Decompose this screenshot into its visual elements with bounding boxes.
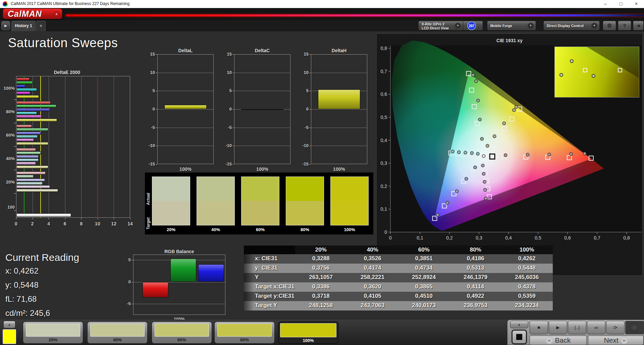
reading-cdm2: cd/m²: 245,6 [5, 308, 50, 318]
patch-button-40%[interactable]: 40% [87, 322, 148, 344]
row-label-notch [244, 301, 254, 310]
table-row-label: y: CIE31 [255, 265, 277, 271]
continuous-read-button[interactable]: ∞ [587, 321, 605, 334]
table-row[interactable]: x: CIE310,32880,35260,38510,41860,4262 [244, 254, 553, 264]
back-chevron-icon: « [546, 337, 553, 344]
interval-icon: [‥] [575, 325, 580, 330]
table-row-label: x: CIE31 [255, 255, 277, 262]
table-row[interactable]: y: CIE310,37560,41740,47340,53130,5448 [244, 264, 553, 273]
patch-color-swatch [280, 323, 336, 337]
row-label-notch [244, 282, 254, 292]
next-button[interactable]: Next » [588, 336, 644, 345]
source-status-indicator [487, 21, 489, 30]
table-cell: 252,8924 [398, 274, 450, 281]
table-cell: 0,3620 [347, 283, 398, 290]
window-title: CalMAN 2017 CalMAN Ultimate for Business… [11, 1, 129, 6]
meter-dropdown-arrow-icon[interactable]: ▼ [455, 23, 461, 29]
tab-bar: ▶ History 1 + X-Rite i1Pro 2 LCD Direct … [0, 20, 644, 31]
patch-button-60%[interactable]: 60% [152, 322, 212, 344]
patch-list-expand-button[interactable]: ▲ [3, 321, 15, 328]
table-row[interactable]: Target x:CIE310,33860,36200,38650,41140,… [244, 282, 553, 292]
loop-button[interactable]: ⟳ [606, 321, 625, 334]
collapse-panel-button[interactable]: ◀ [633, 21, 644, 30]
table-row[interactable]: Target y:CIE310,37180,41050,45100,49220,… [244, 292, 553, 301]
stop-button[interactable]: ■ [530, 321, 548, 334]
inactive-slot[interactable] [625, 321, 644, 334]
row-label-notch [244, 264, 254, 273]
meter-status-indicator [419, 21, 420, 30]
next-chevron-icon: » [621, 337, 628, 344]
calman-logo-text: CalMAN [8, 9, 42, 19]
maximize-icon[interactable]: □ [613, 0, 629, 8]
stop-measure-button[interactable] [512, 330, 527, 344]
collapse-toolbar-button[interactable]: ▲ [510, 321, 528, 328]
table-cell: 0,3865 [398, 283, 450, 290]
table-cell: 0,3718 [295, 293, 347, 299]
bottom-toolbar: ▲ 20%40%60%80%100% ▲ ■ ▶ [‥] ∞ ⟳ « Back … [0, 320, 644, 345]
table-cell: 245,6036 [501, 274, 553, 281]
back-button[interactable]: « Back [530, 336, 587, 345]
table-row[interactable]: Y263,1057258,2221252,8924246,1379245,603… [244, 273, 553, 282]
stop-icon: ■ [538, 325, 540, 330]
help-button[interactable]: ? [618, 21, 631, 30]
current-patch-swatch[interactable] [3, 329, 16, 344]
patch-label: 20% [23, 337, 83, 342]
table-cell: 0,4105 [347, 293, 398, 299]
logo-dropdown-arrow-icon[interactable]: ▼ [54, 11, 59, 17]
stop-icon [516, 334, 522, 340]
table-cell: 234,3234 [501, 302, 553, 309]
interval-read-button[interactable]: [‥] [568, 321, 586, 334]
loop-icon: ⟳ [613, 325, 618, 330]
source-dropdown-arrow-icon[interactable]: ▼ [528, 23, 534, 29]
add-tab-button[interactable]: + [36, 21, 46, 31]
patch-button-80%[interactable]: 80% [214, 322, 275, 344]
table-cell: 0,5448 [501, 265, 553, 271]
titlebar: CalMAN 2017 CalMAN Ultimate for Business… [0, 0, 644, 8]
play-button[interactable]: ▶ [549, 321, 567, 334]
help-icon: ? [623, 23, 626, 28]
source-dropdown[interactable]: Mobile Forge ▼ [487, 21, 536, 30]
table-cell: 0,3386 [295, 283, 347, 290]
calman-window: CalMAN 2017 CalMAN Ultimate for Business… [0, 0, 644, 345]
calman-app-icon [3, 1, 8, 7]
settings-button[interactable]: ⚙ [603, 21, 616, 30]
table-cell: 0,4174 [347, 265, 398, 271]
close-icon[interactable]: × [629, 0, 644, 8]
minimize-icon[interactable]: – [598, 0, 613, 8]
table-cell: 240,0173 [398, 302, 450, 309]
patch-button-100%[interactable]: 100% [278, 322, 338, 344]
table-row-label: Target x:CIE31 [255, 283, 294, 290]
tab-scroll-button[interactable]: ▶ [1, 21, 10, 30]
patch-label: 80% [215, 337, 274, 342]
table-cell: 0,4734 [398, 265, 450, 271]
current-reading-title: Current Reading [5, 252, 79, 263]
transport-cluster: ▲ ■ ▶ [‥] ∞ ⟳ « Back Next » [507, 320, 644, 345]
display-status-indicator [544, 21, 545, 30]
display-control-name: Direct Display Control [547, 24, 584, 28]
back-label: Back [555, 336, 571, 344]
table-cell: 0,4510 [398, 293, 450, 299]
up-arrow-icon: ▲ [518, 323, 521, 326]
table-col-header: 80% [450, 247, 501, 253]
table-col-header: 40% [347, 247, 398, 253]
app-header: CalMAN ▼ [0, 8, 644, 20]
row-label-notch [244, 292, 254, 301]
patch-color-swatch [155, 324, 209, 337]
table-row-label: Target y:CIE31 [255, 293, 294, 299]
patch-button-20%[interactable]: 20% [23, 322, 83, 344]
table-cell: 263,1057 [295, 274, 347, 281]
table-cell: 258,2221 [347, 274, 398, 281]
measurement-table: 20%40%60%80%100%x: CIE310,32880,35260,38… [0, 31, 644, 320]
divider [463, 21, 463, 30]
patch-color-swatch [90, 324, 145, 337]
play-icon: ▶ [4, 24, 7, 27]
play-icon: ▶ [556, 325, 560, 330]
table-row[interactable]: Target Y248,1258243,7063240,0173236,9753… [244, 301, 553, 310]
calman-logo-button[interactable]: CalMAN ▼ [3, 8, 62, 19]
display-dropdown-arrow-icon[interactable]: ▼ [591, 23, 597, 29]
meter-dropdown[interactable]: X-Rite i1Pro 2 LCD Direct View ▼ 207 [418, 21, 483, 30]
table-cell: 0,3526 [347, 255, 398, 262]
display-control-dropdown[interactable]: Direct Display Control ▼ [543, 21, 600, 30]
tab-history-1[interactable]: History 1 [11, 21, 36, 31]
gear-icon: ⚙ [607, 23, 612, 28]
